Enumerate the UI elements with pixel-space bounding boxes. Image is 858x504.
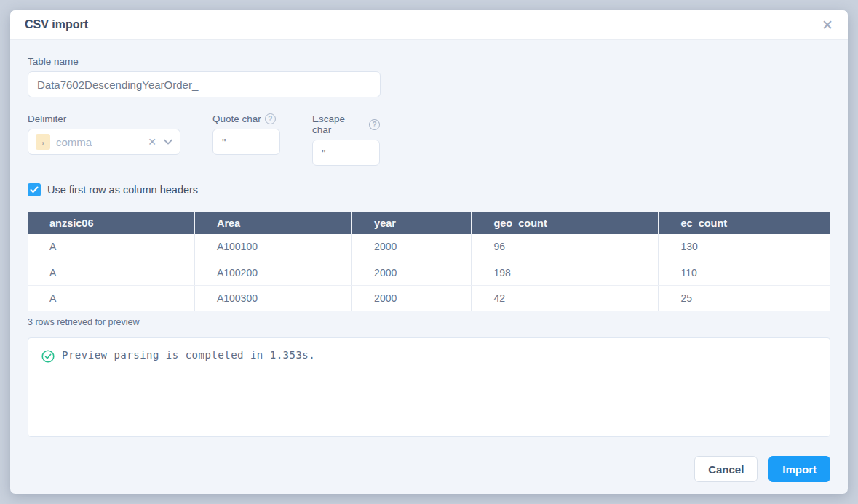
table-cell: A100300 <box>194 285 351 311</box>
close-icon[interactable]: ✕ <box>822 18 833 32</box>
table-cell: A100100 <box>194 234 351 260</box>
table-cell: 198 <box>472 260 659 285</box>
table-cell: 2000 <box>352 234 472 260</box>
column-header: geo_count <box>472 212 659 234</box>
table-cell: 2000 <box>352 285 472 311</box>
column-header: anzsic06 <box>28 212 194 234</box>
column-header: ec_count <box>659 212 830 234</box>
csv-import-dialog: CSV import ✕ Table name Delimiter , comm… <box>10 10 848 494</box>
dialog-header: CSV import ✕ <box>10 10 848 40</box>
preview-table: anzsic06Areayeargeo_countec_count AA1001… <box>28 212 830 311</box>
table-cell: A100200 <box>194 260 351 285</box>
column-header: Area <box>194 212 351 234</box>
first-row-headers-checkbox[interactable] <box>28 183 41 196</box>
quote-char-input[interactable] <box>212 129 280 155</box>
dialog-footer: Cancel Import <box>28 456 830 482</box>
success-check-icon <box>41 350 55 366</box>
comma-badge: , <box>36 134 50 150</box>
table-row: AA10030020004225 <box>28 285 830 311</box>
table-cell: A <box>28 234 194 260</box>
table-cell: 42 <box>472 285 659 311</box>
table-cell: A <box>28 285 194 311</box>
table-header-row: anzsic06Areayeargeo_countec_count <box>28 212 830 234</box>
log-panel: Preview parsing is completed in 1.353s. <box>28 337 830 437</box>
quote-char-label: Quote char <box>212 113 261 124</box>
delimiter-value: comma <box>56 136 148 148</box>
table-cell: 130 <box>659 234 830 260</box>
escape-char-input[interactable] <box>312 140 380 166</box>
quote-char-help-icon[interactable]: ? <box>265 113 276 124</box>
cancel-button[interactable]: Cancel <box>694 456 758 482</box>
dialog-title: CSV import <box>25 18 88 31</box>
delimiter-label: Delimiter <box>28 113 180 124</box>
table-row: AA100100200096130 <box>28 234 830 260</box>
import-button[interactable]: Import <box>768 456 830 482</box>
table-cell: 110 <box>659 260 830 285</box>
escape-char-help-icon[interactable]: ? <box>369 119 380 130</box>
table-cell: 25 <box>659 285 830 311</box>
first-row-headers-label: Use first row as column headers <box>47 184 198 196</box>
table-cell: 96 <box>472 234 659 260</box>
preview-row-count: 3 rows retrieved for preview <box>28 317 830 327</box>
clear-icon[interactable]: ✕ <box>148 136 156 148</box>
chevron-down-icon[interactable] <box>164 139 172 145</box>
table-cell: 2000 <box>352 260 472 285</box>
table-cell: A <box>28 260 194 285</box>
delimiter-select[interactable]: , comma ✕ <box>28 129 180 155</box>
table-name-input[interactable] <box>28 71 381 97</box>
dialog-body: Table name Delimiter , comma ✕ Quote cha… <box>10 40 848 494</box>
table-name-label: Table name <box>28 56 381 67</box>
escape-char-label: Escape char <box>312 113 365 135</box>
table-row: AA1002002000198110 <box>28 260 830 285</box>
column-header: year <box>352 212 472 234</box>
log-message: Preview parsing is completed in 1.353s. <box>62 349 315 361</box>
